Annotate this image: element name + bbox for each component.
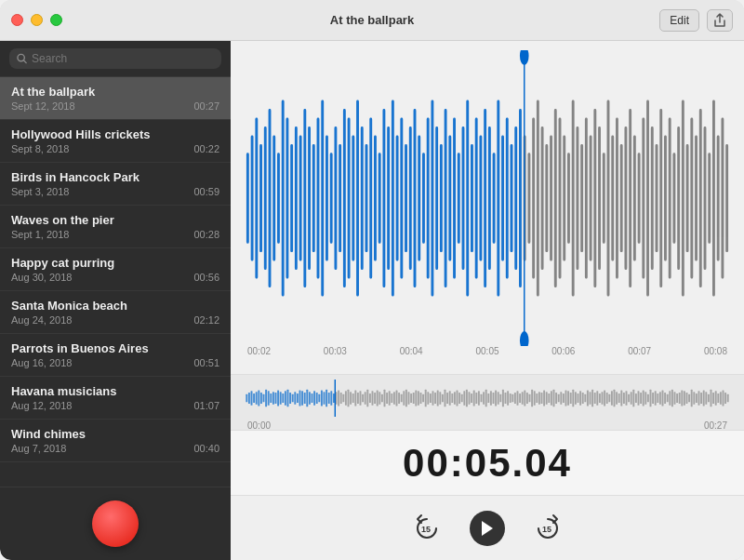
recording-title: Wind chimes [11, 427, 219, 441]
recording-date: Aug 24, 2018 [11, 314, 72, 326]
sidebar: At the ballpark Sept 12, 2018 00:27 Holl… [0, 41, 231, 560]
recording-duration: 00:51 [193, 357, 219, 368]
recording-title: Waves on the pier [11, 213, 219, 227]
svg-rect-63 [514, 127, 517, 270]
recording-title: Parrots in Buenos Aires [11, 341, 219, 355]
recording-item[interactable]: Santa Monica beach Aug 24, 2018 02:12 [0, 291, 231, 334]
forward-15-button[interactable]: 15 [533, 513, 563, 543]
search-input[interactable] [32, 52, 214, 65]
share-button[interactable] [707, 9, 733, 32]
svg-rect-46 [440, 144, 443, 252]
svg-rect-103 [690, 118, 693, 279]
svg-rect-73 [559, 118, 562, 279]
svg-rect-167 [372, 391, 374, 405]
svg-rect-298 [688, 394, 690, 403]
svg-rect-130 [282, 393, 284, 403]
svg-rect-195 [439, 392, 441, 405]
recording-item[interactable]: Birds in Hancock Park Sept 3, 2018 00:59 [0, 163, 231, 206]
overview-svg[interactable] [246, 380, 729, 417]
svg-rect-96 [659, 109, 662, 287]
svg-rect-67 [532, 118, 535, 279]
time-label: 00:02 [247, 346, 271, 365]
recording-item[interactable]: Waves on the pier Sept 1, 2018 00:28 [0, 206, 231, 248]
svg-rect-169 [377, 391, 379, 407]
svg-rect-204 [461, 394, 463, 403]
recording-date: Sept 8, 2018 [11, 143, 69, 154]
record-button[interactable] [92, 500, 139, 547]
svg-rect-87 [620, 144, 623, 252]
svg-rect-259 [594, 393, 596, 404]
recording-item[interactable]: Havana musicians Aug 12, 2018 01:07 [0, 377, 231, 420]
svg-rect-28 [361, 127, 364, 270]
titlebar: At the ballpark Edit [0, 0, 744, 41]
recording-item[interactable]: Hollywood Hills crickets Sept 8, 2018 00… [0, 120, 231, 163]
svg-rect-286 [659, 392, 661, 405]
svg-rect-126 [272, 392, 274, 405]
svg-rect-90 [633, 135, 636, 260]
svg-rect-283 [652, 393, 654, 404]
search-icon [17, 53, 27, 64]
svg-rect-26 [352, 135, 354, 260]
recording-item[interactable]: At the ballpark Sept 12, 2018 00:27 [0, 77, 231, 120]
svg-rect-6 [264, 127, 267, 270]
svg-rect-175 [391, 393, 392, 403]
svg-rect-313 [724, 393, 726, 404]
svg-rect-98 [669, 118, 671, 279]
svg-rect-165 [366, 390, 368, 407]
svg-rect-85 [611, 135, 614, 260]
svg-rect-72 [554, 109, 557, 287]
maximize-button[interactable] [50, 14, 62, 26]
svg-rect-75 [567, 153, 570, 243]
svg-rect-76 [572, 100, 575, 297]
svg-rect-209 [473, 391, 475, 407]
svg-rect-38 [405, 144, 407, 252]
edit-button[interactable]: Edit [659, 9, 699, 32]
svg-rect-194 [437, 391, 439, 407]
svg-rect-27 [356, 100, 359, 297]
svg-rect-301 [696, 393, 698, 403]
svg-rect-92 [642, 118, 644, 279]
minimize-button[interactable] [31, 14, 43, 26]
svg-rect-153 [338, 391, 339, 407]
svg-rect-260 [596, 391, 598, 405]
svg-rect-309 [715, 391, 717, 405]
recording-item[interactable]: Parrots in Buenos Aires Aug 16, 2018 00:… [0, 334, 231, 377]
svg-rect-196 [442, 394, 444, 403]
rewind-15-button[interactable]: 15 [412, 513, 442, 543]
svg-rect-163 [362, 394, 364, 403]
recording-item[interactable]: Wind chimes Aug 7, 2018 00:40 [0, 420, 231, 462]
svg-rect-200 [451, 393, 453, 403]
recording-item[interactable]: Happy cat purring Aug 30, 2018 00:56 [0, 248, 231, 291]
svg-rect-254 [582, 393, 584, 404]
svg-rect-234 [534, 391, 536, 405]
svg-rect-221 [502, 390, 504, 407]
svg-rect-170 [379, 392, 380, 405]
close-button[interactable] [11, 14, 23, 26]
recording-meta: Aug 30, 2018 00:56 [11, 272, 219, 283]
recording-date: Sept 3, 2018 [11, 186, 69, 197]
svg-rect-109 [717, 135, 720, 260]
svg-rect-280 [644, 392, 646, 405]
svg-rect-156 [345, 391, 347, 405]
svg-rect-53 [471, 144, 473, 252]
svg-rect-161 [357, 393, 359, 404]
recording-meta: Aug 24, 2018 02:12 [11, 314, 219, 326]
svg-rect-228 [519, 393, 521, 403]
svg-rect-222 [505, 393, 507, 404]
overview-end-label: 00:27 [704, 420, 727, 431]
play-button[interactable] [470, 511, 505, 546]
svg-rect-288 [664, 393, 666, 404]
svg-rect-108 [712, 100, 715, 297]
svg-rect-173 [386, 393, 388, 404]
svg-rect-4 [255, 118, 258, 279]
svg-rect-261 [599, 393, 601, 403]
svg-rect-45 [435, 127, 438, 270]
svg-rect-274 [631, 392, 632, 405]
svg-rect-15 [303, 109, 306, 287]
recording-duration: 00:22 [193, 143, 219, 154]
svg-rect-93 [646, 100, 649, 297]
svg-rect-271 [623, 393, 625, 404]
svg-rect-11 [286, 118, 288, 279]
recording-duration: 00:56 [193, 272, 219, 283]
svg-rect-250 [572, 390, 574, 407]
